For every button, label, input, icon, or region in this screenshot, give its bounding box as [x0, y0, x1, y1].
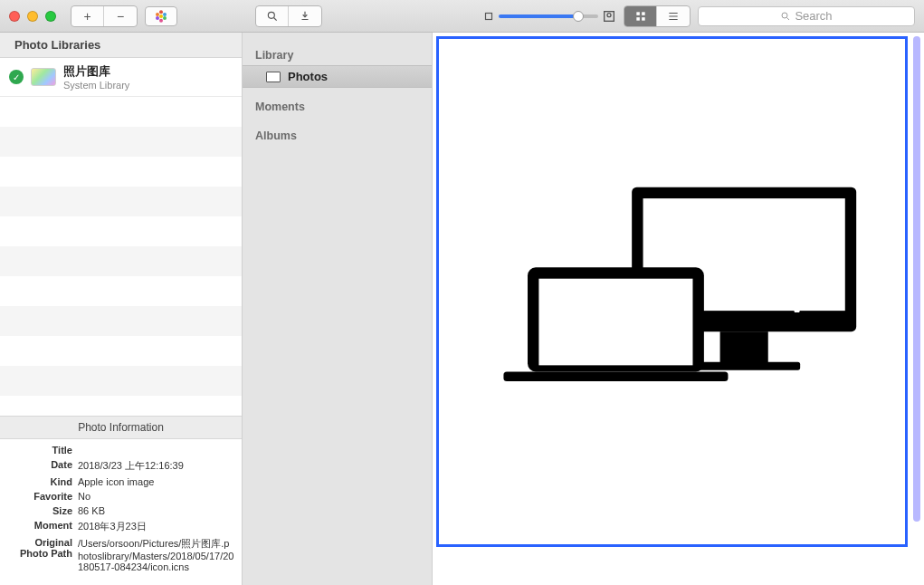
info-value: No — [78, 491, 234, 502]
info-value: /Users/orsoon/Pictures/照片图库.photoslibrar… — [78, 537, 234, 572]
flower-icon — [154, 9, 168, 24]
preview-scrollbar[interactable] — [911, 36, 922, 547]
info-value: 86 KB — [78, 505, 234, 516]
svg-rect-23 — [720, 331, 768, 363]
library-row[interactable]: ✓ 照片图库 System Library — [0, 58, 242, 97]
app-icon-button[interactable] — [145, 6, 177, 26]
search-placeholder: Search — [795, 9, 832, 23]
nav-section-moments[interactable]: Moments — [243, 95, 432, 117]
magnify-button[interactable] — [256, 6, 289, 26]
navigator: Library Photos Moments Albums — [243, 33, 433, 585]
svg-rect-26 — [538, 279, 692, 366]
info-row-path: Original Photo Path /Users/orsoon/Pictur… — [7, 537, 234, 572]
library-title: 照片图库 — [63, 63, 129, 80]
svg-point-4 — [159, 18, 163, 22]
nav-item-label: Photos — [288, 70, 328, 83]
nav-section-library[interactable]: Library — [243, 43, 432, 65]
info-row-kind: Kind Apple icon image — [7, 476, 234, 487]
info-header: Photo Information — [0, 416, 242, 439]
info-grid: Title Date 2018/3/23 上午12:16:39 Kind App… — [0, 439, 242, 585]
add-remove-group: + − — [71, 5, 138, 27]
svg-point-2 — [163, 13, 167, 16]
info-row-favorite: Favorite No — [7, 491, 234, 502]
info-value: 2018/3/23 上午12:16:39 — [78, 459, 234, 473]
preview-pane — [433, 33, 924, 585]
info-row-size: Size 86 KB — [7, 505, 234, 516]
info-key: Size — [7, 505, 78, 516]
minimize-icon[interactable] — [27, 11, 38, 22]
nav-item-photos[interactable]: Photos — [243, 65, 432, 88]
view-mode-group — [624, 5, 691, 27]
zoom-slider[interactable] — [499, 14, 598, 18]
svg-point-19 — [782, 13, 787, 18]
library-subtitle: System Library — [63, 80, 129, 91]
selected-photo[interactable] — [436, 36, 908, 547]
maximize-icon[interactable] — [45, 11, 56, 22]
info-row-title: Title — [7, 445, 234, 456]
svg-rect-9 — [486, 13, 492, 19]
info-row-date: Date 2018/3/23 上午12:16:39 — [7, 459, 234, 473]
grid-icon — [634, 10, 647, 23]
info-row-moment: Moment 2018年3月23日 — [7, 520, 234, 533]
magnifier-icon — [266, 10, 279, 23]
search-icon — [780, 11, 791, 22]
toolbar: + − Search — [0, 0, 924, 33]
zoom-small-icon — [482, 10, 495, 23]
scrollbar-thumb[interactable] — [913, 36, 920, 522]
search-field[interactable]: Search — [698, 6, 915, 26]
info-key: Moment — [7, 520, 78, 531]
library-thumb-icon — [31, 68, 56, 86]
svg-point-0 — [159, 14, 163, 18]
scan-icon — [299, 10, 311, 23]
library-list: ✓ 照片图库 System Library — [0, 58, 242, 97]
zoom-large-icon — [602, 9, 616, 24]
svg-point-6 — [156, 13, 159, 16]
scan-button[interactable] — [289, 6, 321, 26]
svg-point-1 — [159, 10, 163, 14]
close-icon[interactable] — [9, 11, 20, 22]
grid-view-button[interactable] — [624, 6, 657, 26]
svg-rect-27 — [503, 372, 728, 382]
info-value: Apple icon image — [78, 476, 234, 487]
svg-point-7 — [268, 12, 274, 18]
info-key: Date — [7, 459, 78, 470]
svg-rect-12 — [636, 12, 640, 15]
zoom-controls — [482, 9, 616, 24]
devices-icon — [472, 171, 872, 412]
library-text: 照片图库 System Library — [63, 63, 129, 91]
info-value: 2018年3月23日 — [78, 520, 234, 533]
inspect-group — [255, 5, 322, 27]
nav-section-albums[interactable]: Albums — [243, 124, 432, 146]
svg-rect-14 — [636, 17, 640, 21]
library-empty-rows — [0, 97, 242, 416]
svg-rect-15 — [642, 17, 645, 21]
svg-line-20 — [787, 17, 790, 20]
photos-icon — [266, 72, 281, 82]
svg-rect-13 — [642, 12, 645, 15]
svg-point-11 — [607, 13, 611, 16]
sidebar-header: Photo Libraries — [0, 33, 242, 58]
main-layout: Photo Libraries ✓ 照片图库 System Library Ph… — [0, 33, 924, 585]
window-controls — [9, 11, 56, 22]
svg-point-3 — [163, 16, 167, 20]
add-button[interactable]: + — [71, 6, 104, 26]
check-icon: ✓ — [9, 70, 24, 84]
info-key: Kind — [7, 476, 78, 487]
info-key: Favorite — [7, 491, 78, 502]
remove-button[interactable]: − — [104, 6, 137, 26]
list-view-button[interactable] — [657, 6, 690, 26]
sidebar: Photo Libraries ✓ 照片图库 System Library Ph… — [0, 33, 243, 585]
list-icon — [667, 10, 680, 23]
svg-line-8 — [273, 17, 276, 20]
info-key: Original Photo Path — [7, 537, 78, 559]
zoom-slider-thumb[interactable] — [573, 11, 584, 22]
info-key: Title — [7, 445, 78, 456]
svg-rect-24 — [688, 362, 800, 370]
svg-point-5 — [156, 16, 159, 20]
